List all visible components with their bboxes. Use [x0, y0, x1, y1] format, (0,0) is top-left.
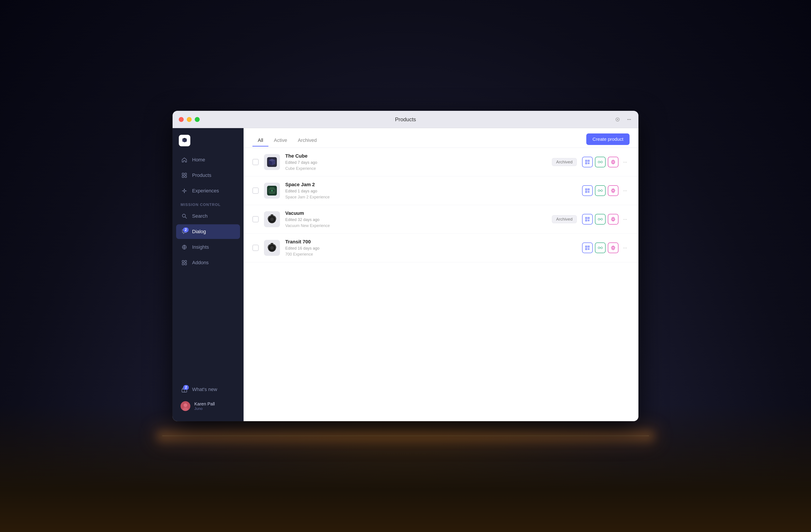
svg-rect-95	[598, 247, 600, 249]
product-checkbox-spacejam[interactable]	[253, 188, 259, 194]
settings-icon-vacuum[interactable]	[608, 214, 618, 224]
link-icon-spacejam[interactable]	[595, 185, 606, 196]
product-row[interactable]: Transit 700 Edited 16 days ago 700 Exper…	[244, 234, 639, 262]
svg-rect-36	[601, 161, 602, 163]
svg-rect-56	[589, 192, 590, 193]
product-checkbox-transit[interactable]	[253, 245, 259, 251]
svg-point-3	[627, 119, 628, 120]
svg-rect-96	[601, 247, 602, 249]
sidebar-item-addons[interactable]: Addons	[176, 255, 240, 270]
sparkle-icon	[181, 187, 188, 194]
user-item[interactable]: Karen Pall Juno	[176, 398, 240, 414]
qr-icon-vacuum[interactable]	[582, 214, 593, 224]
svg-rect-14	[182, 261, 184, 262]
product-row[interactable]: Space Jam 2 Edited 1 days ago Space Jam …	[244, 176, 639, 205]
main-layout: Home Products	[172, 128, 639, 421]
svg-point-5	[630, 119, 631, 120]
user-name: Karen Pall	[194, 402, 215, 407]
sidebar-logo	[172, 132, 244, 153]
qr-icon-transit[interactable]	[582, 242, 593, 253]
close-icon[interactable]	[614, 115, 622, 124]
product-info-spacejam: Space Jam 2 Edited 1 days ago Space Jam …	[285, 182, 577, 200]
sidebar-item-dialog-label: Dialog	[192, 229, 206, 235]
svg-rect-77	[601, 218, 602, 220]
dialog-badge: 2	[183, 228, 188, 232]
more-button-transit[interactable]: ···	[621, 244, 629, 252]
sidebar-item-products[interactable]: Products	[176, 168, 240, 183]
more-icon[interactable]	[625, 115, 633, 124]
qr-icon-cube[interactable]	[582, 157, 593, 167]
product-info-transit: Transit 700 Edited 16 days ago 700 Exper…	[285, 239, 577, 257]
product-name-cube: The Cube	[285, 153, 547, 159]
svg-rect-33	[588, 163, 588, 164]
product-row[interactable]: Vacuum Edited 32 days ago Vacuum New Exp…	[244, 205, 639, 234]
link-icon-transit[interactable]	[595, 242, 606, 253]
svg-rect-94	[589, 249, 590, 250]
product-row[interactable]: The Cube Edited 7 days ago Cube Experien…	[244, 148, 639, 176]
archived-badge-cube: Archived	[552, 158, 577, 166]
products-icon	[181, 172, 188, 179]
product-experience-spacejam: Space Jam 2 Experience	[285, 195, 577, 200]
mission-nav: Search 2 Dialog	[172, 209, 244, 270]
svg-rect-31	[588, 162, 588, 163]
sidebar-item-insights[interactable]: Insights	[176, 240, 240, 254]
sidebar-bottom: 2 What's new Karen Pall	[172, 382, 244, 417]
svg-rect-58	[601, 190, 602, 191]
sidebar-item-dialog[interactable]: 2 Dialog	[176, 224, 240, 239]
tab-all[interactable]: All	[253, 135, 269, 146]
content-area: All Active Archived Create product	[244, 128, 639, 421]
product-edited-transit: Edited 16 days ago	[285, 246, 577, 251]
whats-new-label: What's new	[192, 387, 217, 392]
close-button[interactable]	[179, 117, 184, 122]
product-edited-vacuum: Edited 32 days ago	[285, 217, 547, 222]
svg-rect-55	[588, 192, 588, 193]
sidebar-item-products-label: Products	[192, 172, 211, 178]
settings-icon-transit[interactable]	[608, 242, 618, 253]
svg-point-60	[612, 190, 614, 191]
user-subtitle: Juno	[194, 407, 215, 411]
product-edited-spacejam: Edited 1 days ago	[285, 189, 577, 193]
svg-point-42	[273, 189, 275, 192]
product-checkbox-cube[interactable]	[253, 159, 259, 165]
sidebar: Home Products	[172, 128, 244, 421]
maximize-button[interactable]	[195, 117, 200, 122]
window-title: Products	[395, 116, 416, 123]
svg-rect-30	[586, 163, 586, 163]
svg-point-83	[270, 246, 274, 250]
svg-rect-16	[182, 263, 184, 265]
sidebar-item-home[interactable]: Home	[176, 153, 240, 167]
sidebar-item-insights-label: Insights	[192, 244, 209, 250]
product-checkbox-vacuum[interactable]	[253, 216, 259, 222]
svg-point-10	[182, 214, 185, 217]
mission-control-label: MISSION CONTROL	[172, 198, 244, 209]
more-button-vacuum[interactable]: ···	[621, 215, 629, 224]
avatar	[181, 401, 190, 411]
svg-rect-35	[598, 161, 600, 163]
sidebar-item-experiences[interactable]: Experiences	[176, 184, 240, 198]
more-button-spacejam[interactable]: ···	[621, 186, 629, 195]
settings-icon-spacejam[interactable]	[608, 185, 618, 196]
product-image-transit	[264, 240, 280, 256]
product-info-cube: The Cube Edited 7 days ago Cube Experien…	[285, 153, 547, 171]
svg-rect-8	[182, 176, 184, 177]
home-icon	[181, 156, 188, 163]
settings-icon-cube[interactable]	[608, 157, 618, 167]
link-icon-vacuum[interactable]	[595, 214, 606, 224]
whats-new-badge: 2	[183, 385, 189, 390]
product-image-cube	[264, 154, 280, 170]
tab-active[interactable]: Active	[269, 135, 292, 146]
minimize-button[interactable]	[187, 117, 192, 122]
more-button-cube[interactable]: ···	[621, 158, 629, 167]
sidebar-item-home-label: Home	[192, 157, 205, 163]
svg-rect-46	[269, 193, 275, 193]
link-icon-cube[interactable]	[595, 157, 606, 167]
products-list: The Cube Edited 7 days ago Cube Experien…	[244, 148, 639, 421]
svg-rect-34	[589, 163, 590, 164]
qr-icon-spacejam[interactable]	[582, 185, 593, 196]
tab-archived[interactable]: Archived	[292, 135, 322, 146]
sidebar-item-search[interactable]: Search	[176, 209, 240, 223]
logo-icon[interactable]	[179, 135, 190, 146]
whats-new-item[interactable]: 2 What's new	[176, 382, 240, 397]
create-product-button[interactable]: Create product	[586, 134, 629, 145]
product-name-transit: Transit 700	[285, 239, 577, 245]
